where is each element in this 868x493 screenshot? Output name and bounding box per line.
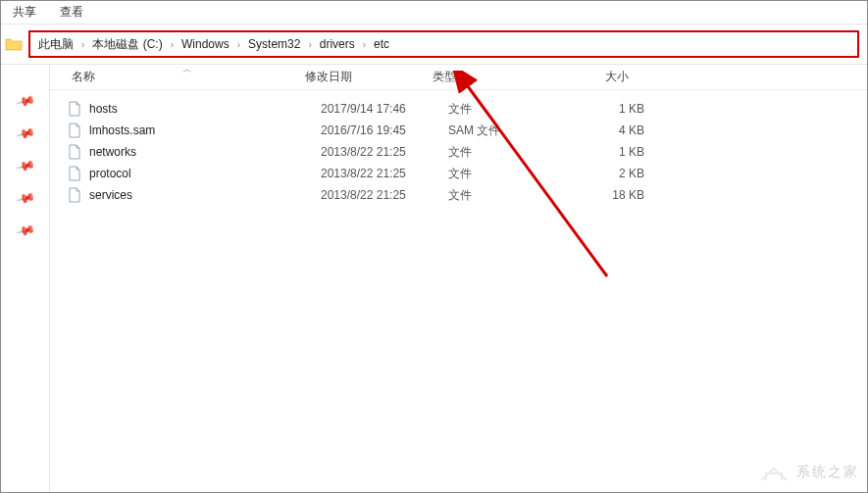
file-name: lmhosts.sam — [89, 123, 321, 137]
file-date: 2013/8/22 21:25 — [321, 167, 448, 180]
file-list-pane: ︿ 名称 修改日期 类型 大小 hosts2017/9/14 17:46文件1 … — [50, 65, 867, 493]
file-row[interactable]: protocol2013/8/22 21:25文件2 KB — [50, 163, 867, 184]
column-header-name[interactable]: 名称 — [50, 69, 305, 85]
breadcrumb-segment[interactable]: drivers — [320, 37, 355, 51]
file-type: 文件 — [448, 144, 536, 161]
file-row[interactable]: lmhosts.sam2016/7/16 19:45SAM 文件4 KB — [50, 120, 867, 141]
menubar: 共享 查看 — [1, 1, 867, 25]
breadcrumb-segment[interactable]: 本地磁盘 (C:) — [92, 36, 162, 53]
file-date: 2017/9/14 17:46 — [321, 102, 448, 116]
file-name: services — [89, 188, 321, 202]
pin-icon[interactable]: 📌 — [15, 91, 35, 112]
pin-icon[interactable]: 📌 — [15, 156, 35, 176]
file-name: networks — [89, 145, 321, 159]
column-header-date[interactable]: 修改日期 — [305, 69, 433, 85]
file-size: 1 KB — [536, 102, 644, 116]
breadcrumb-segment[interactable]: Windows — [181, 37, 230, 51]
file-type: 文件 — [448, 187, 536, 204]
chevron-right-icon: › — [363, 39, 366, 50]
sort-indicator: ︿ — [182, 63, 192, 76]
chevron-right-icon: › — [171, 39, 174, 50]
address-bar[interactable]: 此电脑›本地磁盘 (C:)›Windows›System32›drivers›e… — [28, 30, 859, 58]
file-name: hosts — [89, 102, 321, 116]
file-date: 2016/7/16 19:45 — [321, 123, 448, 137]
file-size: 2 KB — [536, 167, 644, 180]
file-name: protocol — [89, 167, 321, 180]
pin-icon[interactable]: 📌 — [15, 221, 35, 241]
pin-icon[interactable]: 📌 — [15, 188, 35, 209]
folder-icon — [5, 36, 23, 52]
column-header-size[interactable]: 大小 — [521, 69, 629, 85]
file-size: 4 KB — [536, 123, 644, 137]
file-size: 18 KB — [536, 188, 644, 202]
file-icon — [68, 144, 83, 160]
breadcrumb-segment[interactable]: System32 — [248, 37, 300, 51]
column-headers: ︿ 名称 修改日期 类型 大小 — [50, 65, 867, 90]
pin-icon[interactable]: 📌 — [15, 123, 35, 144]
file-date: 2013/8/22 21:25 — [321, 145, 448, 159]
file-size: 1 KB — [536, 145, 644, 159]
file-type: 文件 — [448, 166, 536, 182]
file-icon — [68, 187, 83, 203]
file-row[interactable]: hosts2017/9/14 17:46文件1 KB — [50, 98, 867, 120]
column-header-type[interactable]: 类型 — [433, 69, 521, 85]
file-icon — [68, 123, 83, 138]
menu-share[interactable]: 共享 — [13, 4, 36, 21]
breadcrumb-row: 此电脑›本地磁盘 (C:)›Windows›System32›drivers›e… — [1, 25, 867, 65]
breadcrumb-segment[interactable]: 此电脑 — [38, 36, 74, 53]
breadcrumb-segment[interactable]: etc — [374, 37, 389, 51]
chevron-right-icon: › — [237, 39, 240, 50]
watermark: 系统之家 — [757, 461, 859, 484]
file-row[interactable]: services2013/8/22 21:25文件18 KB — [50, 184, 867, 206]
menu-view[interactable]: 查看 — [60, 4, 83, 21]
file-icon — [68, 101, 83, 117]
file-type: SAM 文件 — [448, 123, 536, 139]
file-icon — [68, 166, 83, 181]
file-row[interactable]: networks2013/8/22 21:25文件1 KB — [50, 141, 867, 163]
file-type: 文件 — [448, 101, 536, 118]
file-date: 2013/8/22 21:25 — [321, 188, 448, 202]
quick-access-sidebar: 📌 📌 📌 📌 📌 — [1, 65, 50, 493]
chevron-right-icon: › — [308, 39, 311, 50]
file-list: hosts2017/9/14 17:46文件1 KBlmhosts.sam201… — [50, 90, 867, 206]
chevron-right-icon: › — [81, 39, 84, 50]
